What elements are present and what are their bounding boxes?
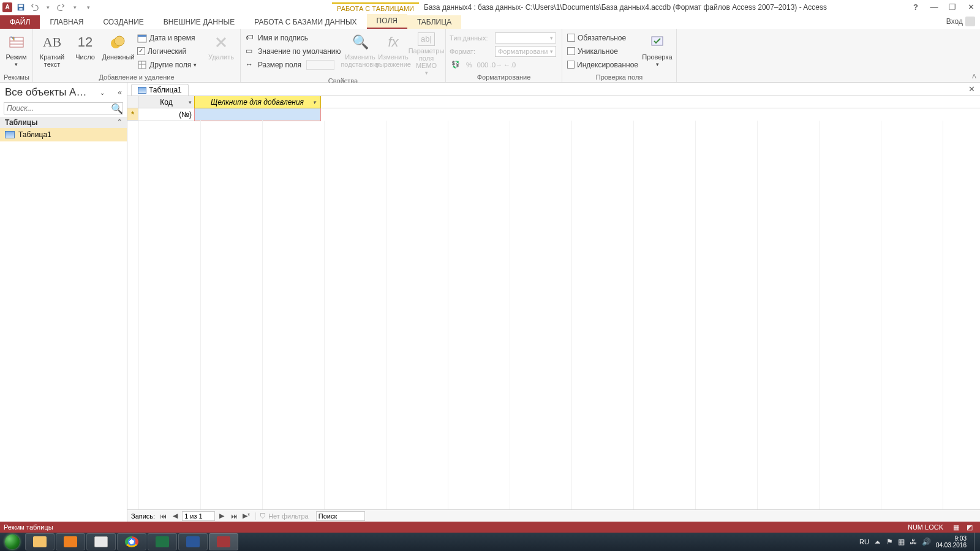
currency-format-icon[interactable]: 💱 [450, 59, 462, 70]
taskbar-wordpad[interactable] [86, 533, 116, 550]
datetime-button[interactable]: Дата и время [136, 31, 203, 44]
nav-item-table1[interactable]: Таблица1 [0, 128, 127, 141]
currency-button[interactable]: Денежный [103, 31, 134, 61]
sign-in-link[interactable]: Вход [941, 14, 980, 29]
nav-collapse-icon[interactable]: « [118, 88, 122, 97]
collapse-category-icon[interactable]: ⌃ [117, 118, 122, 127]
nav-pane-header[interactable]: Все объекты A… ⌄ « [0, 83, 127, 102]
undo-icon[interactable] [29, 2, 39, 12]
decrease-decimals-icon[interactable]: ←.0 [503, 59, 516, 70]
modify-expression-button[interactable]: fx Изменить выражение [378, 31, 409, 68]
chevron-down-icon: ▾ [550, 35, 553, 41]
show-hidden-icons-icon[interactable]: ⏶ [874, 538, 881, 546]
tag-icon: 🏷 [246, 33, 255, 43]
taskbar-chrome[interactable] [117, 533, 146, 550]
document-tab-table1[interactable]: Таблица1 [131, 84, 189, 96]
taskbar-excel[interactable] [148, 533, 177, 550]
datatype-combo[interactable]: ▾ [495, 32, 556, 43]
tab-fields[interactable]: ПОЛЯ [367, 14, 407, 29]
taskbar-access[interactable] [209, 533, 238, 550]
filter-indicator[interactable]: ⛉ Нет фильтра [255, 512, 312, 520]
record-label: Запись: [131, 512, 155, 520]
collapse-ribbon-icon[interactable]: ᐱ [972, 73, 976, 80]
taskbar-word[interactable] [178, 533, 208, 550]
chevron-down-icon: ▾ [15, 62, 18, 68]
more-fields-button[interactable]: Другие поля ▾ [136, 58, 203, 71]
taskbar-media-player[interactable] [56, 533, 85, 550]
nav-search-input[interactable] [4, 103, 111, 114]
search-icon[interactable]: 🔍 [111, 103, 123, 114]
first-record-icon[interactable]: ⏮ [157, 511, 168, 521]
nav-category-tables[interactable]: Таблицы ⌃ [0, 117, 127, 128]
increase-decimals-icon[interactable]: .0→ [490, 59, 502, 70]
network-icon[interactable]: 🖧 [910, 538, 917, 546]
record-position-input[interactable] [182, 511, 215, 521]
qat-customize-icon[interactable]: ▾ [83, 2, 93, 12]
indexed-checkbox[interactable]: Индексированное [566, 58, 639, 71]
redo-dropdown-icon[interactable]: ▾ [70, 2, 80, 12]
close-icon[interactable]: ✕ [962, 1, 980, 14]
record-search-input[interactable] [316, 511, 365, 521]
minimize-icon[interactable]: ― [925, 1, 943, 14]
datasheet-view-icon[interactable]: ▦ [949, 522, 963, 532]
delete-button[interactable]: Удалить [206, 31, 236, 61]
redo-icon[interactable] [56, 2, 66, 12]
modify-lookup-button[interactable]: 🔍 Изменить подстановку [345, 31, 375, 68]
design-view-icon[interactable]: ◩ [963, 522, 976, 532]
required-checkbox[interactable]: Обязательное [566, 31, 639, 44]
close-document-icon[interactable]: ✕ [968, 84, 975, 94]
view-button[interactable]: Режим ▾ [4, 31, 29, 68]
field-size-button[interactable]: ↔ Размер поля [244, 58, 342, 71]
prev-record-icon[interactable]: ◀ [170, 511, 181, 521]
volume-icon[interactable]: 🔊 [922, 538, 931, 546]
number-button[interactable]: 12 Число [70, 31, 100, 61]
restore-icon[interactable]: ❐ [943, 1, 962, 14]
taskbar-clock[interactable]: 9:03 04.03.2016 [936, 535, 969, 549]
field-size-input[interactable] [306, 60, 334, 70]
new-record-icon[interactable]: ▶* [241, 511, 252, 521]
thousands-format-icon[interactable]: 000 [477, 59, 489, 70]
tab-file[interactable]: ФАЙЛ [0, 15, 40, 29]
windows-orb-icon [5, 534, 20, 549]
percent-format-icon[interactable]: % [463, 59, 475, 70]
new-row-indicator-icon[interactable]: * [127, 108, 138, 121]
show-desktop-button[interactable] [974, 533, 978, 551]
cell-id-new[interactable]: (№) [138, 108, 195, 121]
short-text-button[interactable]: AB Краткий текст [37, 31, 67, 68]
help-icon[interactable]: ? [907, 1, 925, 14]
format-combo[interactable]: Форматировани▾ [495, 46, 556, 57]
default-value-label: Значение по умолчанию [258, 47, 341, 56]
start-button[interactable] [0, 533, 24, 551]
currency-label: Денежный [102, 53, 134, 61]
action-center-icon[interactable]: ⚑ [886, 538, 893, 546]
svg-rect-1 [19, 4, 23, 7]
chevron-down-icon[interactable]: ▾ [189, 99, 192, 105]
chevron-down-icon[interactable]: ⌄ [100, 89, 105, 96]
unique-checkbox[interactable]: Уникальное [566, 45, 639, 58]
last-record-icon[interactable]: ⏭ [228, 511, 239, 521]
tab-external-data[interactable]: ВНЕШНИЕ ДАННЫЕ [154, 15, 244, 29]
column-header-id[interactable]: Код ▾ [138, 96, 195, 108]
select-all-corner[interactable] [127, 96, 138, 108]
tab-create[interactable]: СОЗДАНИЕ [93, 15, 153, 29]
tab-database-tools[interactable]: РАБОТА С БАЗАМИ ДАННЫХ [244, 15, 366, 29]
default-value-button[interactable]: ▭ Значение по умолчанию [244, 45, 342, 58]
undo-dropdown-icon[interactable]: ▾ [43, 2, 53, 12]
taskbar-explorer[interactable] [25, 533, 55, 550]
memo-settings-button[interactable]: ab| Параметры поля MEMO ▾ [411, 31, 442, 77]
save-icon[interactable] [16, 2, 26, 12]
delete-label: Удалить [208, 53, 234, 61]
next-record-icon[interactable]: ▶ [216, 511, 227, 521]
status-mode-label: Режим таблицы [4, 523, 53, 531]
cell-new-field[interactable] [195, 108, 320, 121]
yesno-button[interactable]: Логический [136, 45, 203, 58]
tray-app-icon[interactable]: ▦ [898, 538, 905, 546]
tab-table[interactable]: ТАБЛИЦА [407, 15, 461, 29]
chevron-down-icon[interactable]: ▾ [313, 99, 316, 105]
tab-home[interactable]: ГЛАВНАЯ [40, 15, 93, 29]
language-indicator[interactable]: RU [859, 538, 869, 545]
number-label: Число [75, 53, 95, 61]
name-caption-button[interactable]: 🏷 Имя и подпись [244, 31, 342, 44]
column-header-add[interactable]: Щелкните для добавления ▾ [195, 96, 320, 108]
validation-button[interactable]: Проверка ▾ [642, 31, 673, 68]
